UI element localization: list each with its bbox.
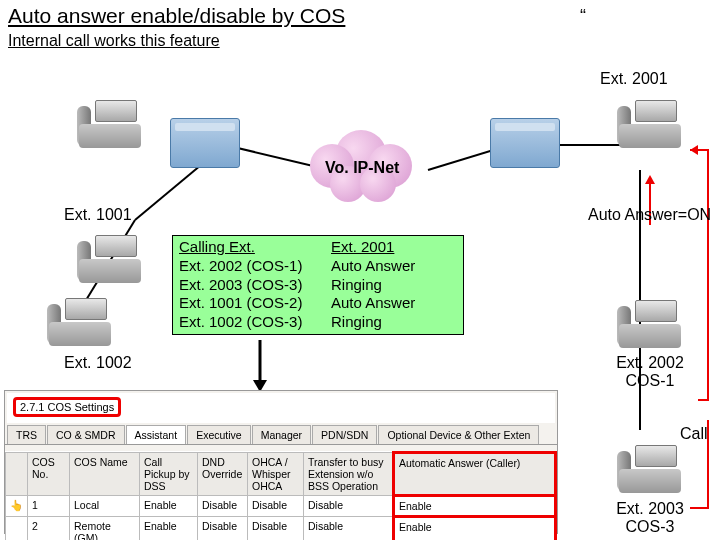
label-ext-1002: Ext. 1002 xyxy=(64,354,132,372)
cos-cell-name: Remote (GM) xyxy=(70,517,140,541)
behavior-cell: Ext. 1001 (COS-2) xyxy=(179,294,331,313)
label-ext-2003-line2: COS-3 xyxy=(626,518,675,535)
cos-header-transfer: Transfer to busy Extension w/o BSS Opera… xyxy=(304,453,394,496)
phone-icon xyxy=(615,100,685,148)
tab-pdn-sdn[interactable]: PDN/SDN xyxy=(312,425,377,444)
cos-header-blank xyxy=(6,453,28,496)
cos-cell-transfer[interactable]: Disable xyxy=(304,496,394,517)
cos-cell-no: 2 xyxy=(28,517,70,541)
cos-cell-transfer[interactable]: Disable xyxy=(304,517,394,541)
cos-header-pickup: Call Pickup by DSS xyxy=(140,453,198,496)
tab-trs[interactable]: TRS xyxy=(7,425,46,444)
page-subtitle: Internal call works this feature xyxy=(8,32,220,50)
cos-cell-no: 1 xyxy=(28,496,70,517)
behavior-header-calling: Calling Ext. xyxy=(179,238,331,257)
behavior-cell: Ext. 2002 (COS-1) xyxy=(179,257,331,276)
cos-header-dnd: DND Override xyxy=(198,453,248,496)
cos-cell-ohca[interactable]: Disable xyxy=(248,517,304,541)
cos-cell-dnd[interactable]: Disable xyxy=(198,517,248,541)
label-ext-2003-line1: Ext. 2003 xyxy=(616,500,684,517)
behavior-cell: Auto Answer xyxy=(331,294,415,313)
label-ext-2001: Ext. 2001 xyxy=(600,70,668,88)
label-ext-2002: Ext. 2002 COS-1 xyxy=(610,354,690,390)
cos-tabs: TRS CO & SMDR Assistant Executive Manage… xyxy=(5,425,557,445)
hand-icon: 👆 xyxy=(6,496,28,517)
voip-net-label: Vo. IP-Net xyxy=(325,159,399,177)
cos-header-name: COS Name xyxy=(70,453,140,496)
behavior-table: Calling Ext. Ext. 2001 Ext. 2002 (COS-1)… xyxy=(172,235,464,335)
behavior-cell: Auto Answer xyxy=(331,257,415,276)
svg-marker-6 xyxy=(690,145,698,155)
tab-executive[interactable]: Executive xyxy=(187,425,251,444)
svg-marker-8 xyxy=(645,175,655,184)
table-row[interactable]: 👆 1 Local Enable Disable Disable Disable… xyxy=(6,496,556,517)
tab-co-smdr[interactable]: CO & SMDR xyxy=(47,425,125,444)
phone-icon xyxy=(615,445,685,493)
page-title: Auto answer enable/disable by COS xyxy=(8,4,345,28)
cos-cell-pickup[interactable]: Enable xyxy=(140,517,198,541)
quote-mark: “ xyxy=(580,6,586,27)
cos-table: COS No. COS Name Call Pickup by DSS DND … xyxy=(5,451,557,540)
cos-cell-name: Local xyxy=(70,496,140,517)
label-ext-2002-line2: COS-1 xyxy=(626,372,675,389)
phone-icon xyxy=(75,100,145,148)
label-ext-1001: Ext. 1001 xyxy=(64,206,132,224)
cos-header-ohca: OHCA / Whisper OHCA xyxy=(248,453,304,496)
label-ext-2003: Ext. 2003 COS-3 xyxy=(610,500,690,536)
behavior-cell: Ext. 1002 (COS-3) xyxy=(179,313,331,332)
label-auto-answer-on: Auto Answer=ON xyxy=(588,206,711,224)
tab-manager[interactable]: Manager xyxy=(252,425,311,444)
tab-optional[interactable]: Optional Device & Other Exten xyxy=(378,425,539,444)
behavior-cell: Ringing xyxy=(331,276,382,295)
cos-settings-panel: 2.7.1 COS Settings TRS CO & SMDR Assista… xyxy=(4,390,558,534)
phone-icon xyxy=(615,300,685,348)
label-call: Call xyxy=(680,425,708,443)
cos-cell-auto[interactable]: Enable xyxy=(394,517,556,541)
pbx-right-icon xyxy=(490,118,560,168)
phone-icon xyxy=(75,235,145,283)
cos-cell-dnd[interactable]: Disable xyxy=(198,496,248,517)
cos-cell-pickup[interactable]: Enable xyxy=(140,496,198,517)
cos-header-no: COS No. xyxy=(28,453,70,496)
table-row[interactable]: 2 Remote (GM) Enable Disable Disable Dis… xyxy=(6,517,556,541)
behavior-cell: Ext. 2003 (COS-3) xyxy=(179,276,331,295)
pbx-left-icon xyxy=(170,118,240,168)
tab-assistant[interactable]: Assistant xyxy=(126,425,187,444)
cos-cell-auto[interactable]: Enable xyxy=(394,496,556,517)
label-ext-2002-line1: Ext. 2002 xyxy=(616,354,684,371)
cos-breadcrumb[interactable]: 2.7.1 COS Settings xyxy=(13,397,121,417)
behavior-cell: Ringing xyxy=(331,313,382,332)
cos-header-auto-answer: Automatic Answer (Caller) xyxy=(394,453,556,496)
phone-icon xyxy=(45,298,115,346)
behavior-header-target: Ext. 2001 xyxy=(331,238,394,257)
cos-cell-ohca[interactable]: Disable xyxy=(248,496,304,517)
hand-icon xyxy=(6,517,28,541)
cos-header-row: COS No. COS Name Call Pickup by DSS DND … xyxy=(6,453,556,496)
